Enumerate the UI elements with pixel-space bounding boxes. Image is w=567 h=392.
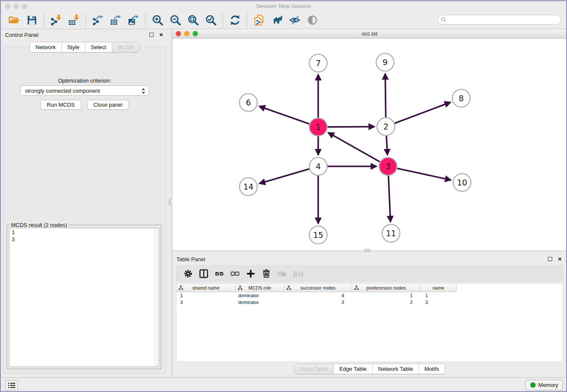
graph-node-3[interactable]: 3 — [379, 157, 397, 175]
tab-mcds[interactable]: MCDS — [112, 42, 139, 52]
column-header-predecessor-nodes[interactable]: predecessor nodes — [352, 284, 421, 292]
graph-edge-1-2[interactable] — [328, 127, 374, 127]
column-header-shared-name[interactable]: shared name — [176, 284, 236, 292]
graph-node-4[interactable]: 4 — [309, 157, 327, 175]
table-cell: dominator — [236, 293, 284, 298]
table-row[interactable]: 3dominator323 — [176, 299, 563, 306]
tab-network-table[interactable]: Network Table — [373, 364, 419, 374]
zoom-in-icon[interactable] — [150, 14, 165, 27]
table-cell: 4 — [284, 293, 352, 298]
graph-edge-4-14[interactable] — [259, 169, 309, 183]
control-panel-tabs: NetworkStyleSelectMCDS — [30, 42, 140, 52]
close-panel-icon[interactable]: × — [158, 32, 164, 38]
tab-select[interactable]: Select — [85, 42, 112, 52]
tab-edge-table[interactable]: Edge Table — [334, 364, 373, 374]
export-network-icon[interactable] — [91, 14, 105, 27]
graph-node-7[interactable]: 7 — [309, 54, 327, 72]
close-table-panel-icon[interactable]: × — [557, 256, 563, 262]
show-details-icon[interactable] — [305, 14, 319, 27]
deselect-all-icon[interactable] — [228, 267, 241, 280]
zoom-selected-icon[interactable] — [204, 14, 218, 27]
mcds-result-list[interactable]: 13 — [9, 228, 159, 367]
table-row[interactable]: 1dominator411 — [176, 292, 563, 299]
column-header-mcds-role[interactable]: MCDS role — [236, 284, 284, 292]
graph-node-8[interactable]: 8 — [452, 89, 470, 107]
table-cell: 1 — [421, 293, 457, 298]
graph-edge-3-10[interactable] — [397, 168, 451, 180]
float-table-panel-icon[interactable] — [547, 256, 553, 262]
graph-node-2[interactable]: 2 — [377, 118, 395, 135]
graph-edge-3-1[interactable] — [328, 133, 380, 162]
window-title: Session: New Session — [1, 3, 566, 9]
graph-node-10[interactable]: 10 — [453, 174, 471, 191]
refresh-icon[interactable] — [228, 14, 242, 27]
select-all-icon[interactable] — [213, 267, 226, 280]
table-cell: 3 — [284, 300, 352, 305]
mcds-result-title: MCDS result (2 nodes) — [10, 222, 68, 228]
optimization-criterion-value: strongly connected component — [25, 88, 100, 94]
svg-text:15: 15 — [313, 230, 323, 240]
close-panel-button[interactable]: Close panel — [87, 100, 129, 110]
task-history-button[interactable] — [5, 380, 18, 390]
table-cell: 1 — [176, 293, 236, 298]
run-mcds-button[interactable]: Run MCDS — [41, 100, 81, 110]
toolbar-separator — [223, 13, 223, 28]
columns-icon[interactable] — [197, 267, 210, 280]
hide-details-icon[interactable] — [287, 14, 302, 27]
graph-edge-2-9[interactable] — [385, 74, 385, 117]
delete-icon[interactable] — [260, 267, 272, 280]
graph-edge-3-11[interactable] — [388, 176, 391, 222]
import-table-icon[interactable] — [66, 14, 81, 27]
graph-edge-2-8[interactable] — [395, 102, 451, 124]
network-graph: 7968124314101511 — [172, 39, 567, 251]
export-table-icon[interactable] — [108, 14, 123, 27]
open-icon[interactable] — [7, 14, 21, 27]
network-canvas[interactable]: 7968124314101511 — [172, 39, 567, 251]
memory-button[interactable]: Memory — [526, 380, 563, 390]
tab-network[interactable]: Network — [30, 42, 62, 52]
graph-node-11[interactable]: 11 — [382, 224, 400, 242]
svg-text:8: 8 — [459, 94, 464, 103]
svg-text:1: 1 — [316, 122, 321, 132]
result-scrollbar[interactable] — [154, 228, 159, 367]
float-panel-icon[interactable] — [149, 32, 154, 38]
search-box[interactable] — [438, 15, 561, 25]
gear-icon[interactable] — [182, 267, 194, 280]
svg-text:f(x): f(x) — [293, 270, 303, 278]
home-icon[interactable] — [270, 14, 284, 27]
toolbar-icon-groups — [5, 13, 321, 28]
node-table: shared nameMCDS rolesuccessor nodesprede… — [176, 283, 563, 362]
graph-node-1[interactable]: 1 — [309, 118, 327, 136]
graph-edge-1-6[interactable] — [259, 106, 310, 124]
export-image-icon[interactable] — [126, 14, 140, 27]
svg-text:14: 14 — [243, 182, 253, 191]
tab-style[interactable]: Style — [62, 42, 85, 52]
optimization-criterion-select[interactable]: strongly connected component — [20, 86, 149, 96]
zoom-out-icon[interactable] — [168, 14, 182, 27]
svg-text:11: 11 — [386, 229, 396, 238]
svg-text:10: 10 — [457, 178, 467, 187]
graph-edge-2-3[interactable] — [386, 136, 387, 155]
table-header-row: shared nameMCDS rolesuccessor nodesprede… — [176, 284, 563, 292]
dropdown-stepper-icon — [141, 87, 146, 96]
svg-text:4: 4 — [316, 162, 321, 171]
search-icon — [441, 17, 446, 22]
main-toolbar — [1, 11, 566, 29]
zoom-fit-icon[interactable] — [186, 14, 200, 27]
toolbar-separator — [145, 13, 146, 28]
import-network-icon[interactable] — [49, 14, 63, 27]
column-header-name[interactable]: name — [421, 284, 457, 292]
add-icon[interactable] — [244, 267, 257, 280]
network-file-icon[interactable] — [252, 14, 266, 27]
graph-node-15[interactable]: 15 — [309, 226, 327, 244]
column-header-successor-nodes[interactable]: successor nodes — [284, 284, 352, 292]
tab-node-table[interactable]: Node Table — [295, 364, 334, 374]
svg-text:2: 2 — [383, 122, 388, 131]
graph-node-14[interactable]: 14 — [239, 178, 257, 196]
horizontal-splitter-handle[interactable] — [364, 249, 371, 252]
tab-motifs[interactable]: Motifs — [419, 364, 445, 374]
graph-node-6[interactable]: 6 — [239, 94, 257, 111]
save-icon[interactable] — [25, 14, 39, 27]
graph-node-9[interactable]: 9 — [376, 53, 394, 71]
search-input[interactable] — [446, 17, 561, 23]
